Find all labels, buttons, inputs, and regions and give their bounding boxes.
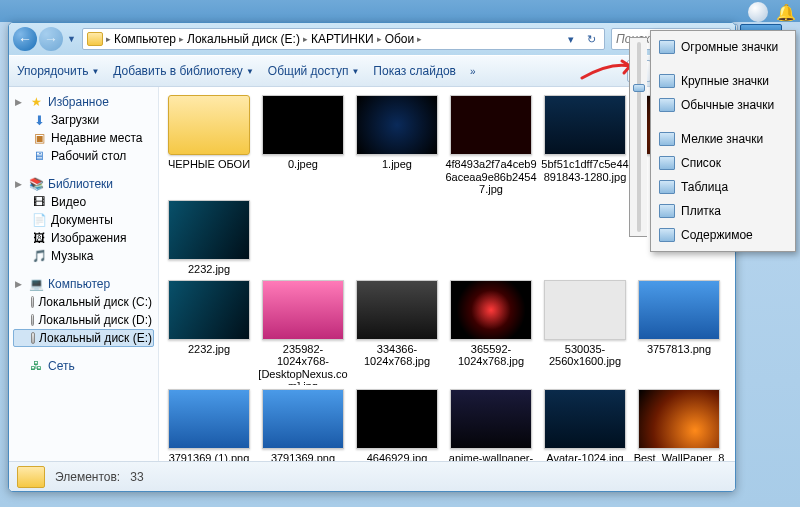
thumbnail [262,389,344,449]
status-folder-icon [17,466,45,488]
browser-tab-strip [0,0,800,22]
thumbnail [638,389,720,449]
table-icon [659,180,675,194]
view-huge-icons[interactable]: Огромные значки [653,35,793,59]
bell-icon[interactable]: 🔔 [776,3,796,22]
view-large-icons[interactable]: Крупные значки [653,69,793,93]
thumbnail [450,95,532,155]
nav-network-header[interactable]: 🖧Сеть [13,357,154,375]
nav-documents[interactable]: 📄Документы [13,211,154,229]
file-item[interactable]: 3791369 (1).png [163,389,255,461]
address-bar[interactable]: ▸Компьютер ▸Локальный диск (E:) ▸КАРТИНК… [82,28,605,50]
file-item[interactable]: 2232.jpg [163,280,255,385]
nav-disk-d[interactable]: Локальный диск (D:) [13,311,154,329]
more-chevron-icon[interactable]: » [470,66,476,77]
normal-icons-icon [659,98,675,112]
file-item[interactable]: 4f8493a2f7a4ceb96aceaa9e86b24547.jpg [445,95,537,196]
nav-favorites-header[interactable]: ▶★Избранное [13,93,154,111]
file-item[interactable]: 4646929.jpg [351,389,443,461]
folder-icon [87,32,103,46]
thumbnail [450,280,532,340]
thumbnail [544,95,626,155]
view-size-slider[interactable] [629,37,647,237]
back-button[interactable]: ← [13,27,37,51]
breadcrumb-folder2[interactable]: ▸Обои▸ [376,32,424,46]
view-content[interactable]: Содержимое [653,223,793,247]
nav-disk-e[interactable]: Локальный диск (E:) [13,329,154,347]
forward-button[interactable]: → [39,27,63,51]
notification-area: 🔔 [748,2,796,22]
navigation-pane: ▶★Избранное ⬇Загрузки ▣Недавние места 🖥Р… [9,87,159,461]
file-item[interactable]: 2232.jpg2232.jpg2232.jpg 2232.jpg [163,200,255,276]
folder-icon [168,95,250,155]
slideshow-button[interactable]: Показ слайдов [373,64,456,78]
status-items-label: Элементов: [55,470,120,484]
command-bar: Упорядочить▼ Добавить в библиотеку▼ Общи… [9,55,735,87]
user-avatar-icon[interactable] [748,2,768,22]
view-table[interactable]: Таблица [653,175,793,199]
file-item[interactable]: 5bf51c1dff7c5e44891843-1280.jpg [539,95,631,196]
file-item[interactable]: 3791369.png [257,389,349,461]
nav-pictures[interactable]: 🖼Изображения [13,229,154,247]
file-item[interactable]: 530035-2560x1600.jpg [539,280,631,385]
view-normal-icons[interactable]: Обычные значки [653,93,793,117]
thumbnail [356,95,438,155]
folder-item[interactable]: ЧЕРНЫЕ ОБОИ [163,95,255,196]
history-dropdown-icon[interactable]: ▼ [67,34,76,44]
status-bar: Элементов: 33 [9,461,735,491]
breadcrumb-folder1[interactable]: ▸КАРТИНКИ [302,32,374,46]
slider-thumb[interactable] [633,84,645,92]
file-item[interactable]: Avatar-1024.jpg [539,389,631,461]
thumbnail [638,280,720,340]
thumbnail [262,95,344,155]
huge-icons-icon [659,40,675,54]
file-item[interactable]: 365592-1024x768.jpg [445,280,537,385]
file-item[interactable]: 0.jpeg [257,95,349,196]
view-tile[interactable]: Плитка [653,199,793,223]
status-items-count: 33 [130,470,143,484]
thumbnail [168,389,250,449]
thumbnail [356,389,438,449]
nav-recent[interactable]: ▣Недавние места [13,129,154,147]
file-list[interactable]: ЧЕРНЫЕ ОБОИ 0.jpeg 1.jpeg 4f8493a2f7a4ce… [159,87,735,461]
add-to-library-button[interactable]: Добавить в библиотеку▼ [113,64,253,78]
file-item[interactable]: 3757813.png [633,280,725,385]
thumbnail [544,280,626,340]
thumbnail [262,280,344,340]
file-item[interactable]: 235982-1024x768-[DesktopNexus.com].jpg [257,280,349,385]
nav-libraries-header[interactable]: ▶📚Библиотеки [13,175,154,193]
content-icon [659,228,675,242]
share-button[interactable]: Общий доступ▼ [268,64,360,78]
nav-videos[interactable]: 🎞Видео [13,193,154,211]
organize-button[interactable]: Упорядочить▼ [17,64,99,78]
file-item[interactable]: 1.jpeg [351,95,443,196]
refresh-icon[interactable]: ↻ [582,29,600,49]
thumbnail [450,389,532,449]
address-dropdown-icon[interactable]: ▾ [562,29,580,49]
thumbnail [168,200,250,260]
nav-disk-c[interactable]: Локальный диск (C:) [13,293,154,311]
breadcrumb-drive[interactable]: ▸Локальный диск (E:) [178,32,300,46]
view-list[interactable]: Список [653,151,793,175]
thumbnail [356,280,438,340]
breadcrumb-computer[interactable]: ▸Компьютер [105,32,176,46]
nav-downloads[interactable]: ⬇Загрузки [13,111,154,129]
nav-music[interactable]: 🎵Музыка [13,247,154,265]
list-icon [659,156,675,170]
file-item[interactable]: anime-wallpaper-1366x768.jpg [445,389,537,461]
titlebar: ← → ▼ ▸Компьютер ▸Локальный диск (E:) ▸К… [9,23,735,55]
file-item[interactable]: Best_WallPaper_8.jpg [633,389,725,461]
view-size-menu: Огромные значки Крупные значки Обычные з… [650,30,796,252]
nav-desktop[interactable]: 🖥Рабочий стол [13,147,154,165]
nav-computer-header[interactable]: ▶💻Компьютер [13,275,154,293]
thumbnail [168,280,250,340]
view-small-icons[interactable]: Мелкие значки [653,127,793,151]
file-item[interactable]: 334366-1024x768.jpg [351,280,443,385]
small-icons-icon [659,132,675,146]
large-icons-icon [659,74,675,88]
explorer-window: ← → ▼ ▸Компьютер ▸Локальный диск (E:) ▸К… [8,22,736,492]
tile-icon [659,204,675,218]
thumbnail [544,389,626,449]
